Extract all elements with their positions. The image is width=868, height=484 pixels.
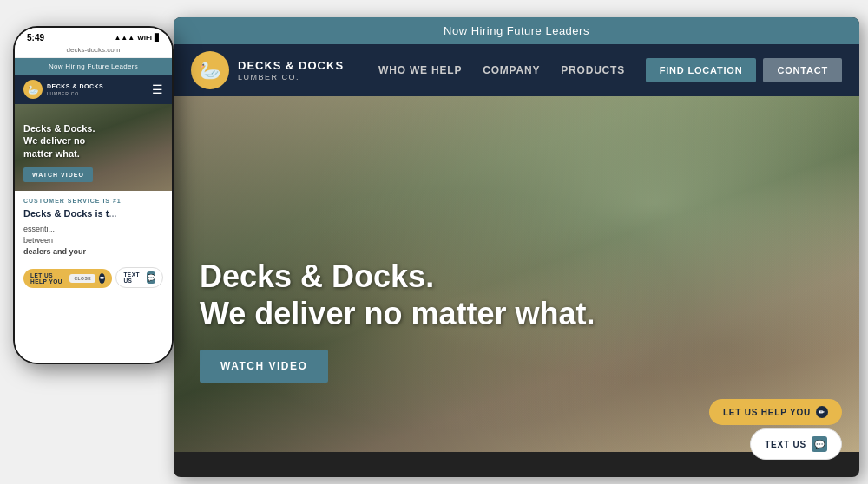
phone-logo-subtitle: LUMBER CO. [47, 91, 103, 96]
wifi-icon: WiFi [137, 34, 152, 42]
phone-float-text-label: TEXT US [123, 271, 142, 284]
logo-name: DECKS & DOCKS [238, 59, 344, 74]
logo-area: 🦢 DECKS & DOCKS LUMBER CO. [191, 51, 344, 89]
desktop-mockup: Now Hiring Future Leaders 🦢 DECKS & DOCK… [174, 17, 859, 477]
hero-title: Decks & Docks. We deliver no matter what… [200, 258, 595, 332]
nav-bar: 🦢 DECKS & DOCKS LUMBER CO. WHO WE HELP C… [174, 44, 859, 96]
phone-float-row: LET US HELP YOU CLOSE ✏ TEXT US 💬 [23, 264, 163, 288]
battery-icon: ▊ [155, 34, 160, 42]
phone-logo-icon: 🦢 [23, 80, 43, 99]
phone-status-bar: 5:49 ▲▲▲ WiFi ▊ [15, 28, 172, 44]
contact-button[interactable]: CONTACT [763, 58, 842, 82]
nav-products[interactable]: PRODUCTS [561, 64, 625, 76]
phone-content-area: CUSTOMER SERVICE IS #1 Decks & Docks is … [15, 191, 172, 363]
phone-time: 5:49 [27, 33, 44, 43]
phone-section-label: CUSTOMER SERVICE IS #1 [23, 198, 163, 204]
phone-status-icons: ▲▲▲ WiFi ▊ [114, 34, 160, 42]
phone-hero: Decks & Docks. We deliver nomatter what.… [15, 104, 172, 191]
phone-logo-name: DECKS & DOCKS [47, 82, 103, 91]
announcement-text: Now Hiring Future Leaders [444, 24, 589, 37]
nav-who-we-help[interactable]: WHO WE HELP [378, 64, 462, 76]
let-us-help-button[interactable]: LET US HELP YOU ✏ [709, 399, 842, 425]
announcement-bar: Now Hiring Future Leaders [174, 17, 859, 44]
logo-text-area: DECKS & DOCKS LUMBER CO. [238, 59, 344, 82]
pencil-icon: ✏ [816, 406, 828, 418]
phone-announcement-bar: Now Hiring Future Leaders [15, 58, 172, 75]
bird-icon: 🦢 [200, 60, 221, 81]
phone-text-us-button[interactable]: TEXT US 💬 [115, 267, 163, 288]
close-icon: CLOSE [69, 274, 95, 283]
phone-float-help-label: LET US HELP YOU [30, 272, 64, 285]
phone-hero-content: Decks & Docks. We deliver nomatter what.… [23, 122, 163, 182]
phone-hero-title: Decks & Docks. We deliver nomatter what. [23, 122, 163, 160]
phone-section-title: Decks & Docks is t... [23, 207, 163, 220]
logo-icon: 🦢 [191, 51, 229, 89]
find-location-button[interactable]: FIND LOCATION [646, 58, 757, 82]
phone-mockup: 5:49 ▲▲▲ WiFi ▊ decks-docks.com Now Hiri… [13, 26, 174, 364]
watch-video-button[interactable]: WATCH VIDEO [200, 350, 328, 383]
signal-icon: ▲▲▲ [114, 34, 135, 42]
hero-content: Decks & Docks. We deliver no matter what… [200, 258, 595, 383]
logo-subtitle: LUMBER CO. [238, 73, 344, 82]
float-text-label: TEXT US [765, 440, 806, 449]
phone-url-bar[interactable]: decks-docks.com [15, 44, 172, 58]
phone-let-us-help-button[interactable]: LET US HELP YOU CLOSE ✏ [23, 269, 112, 288]
phone-screen: 5:49 ▲▲▲ WiFi ▊ decks-docks.com Now Hiri… [15, 28, 172, 363]
nav-buttons: FIND LOCATION CONTACT [646, 58, 842, 82]
phone-logo-text-area: DECKS & DOCKS LUMBER CO. [47, 82, 103, 96]
phone-announcement-text: Now Hiring Future Leaders [49, 62, 138, 70]
nav-links: WHO WE HELP COMPANY PRODUCTS [378, 64, 646, 76]
hamburger-menu-icon[interactable]: ☰ [152, 82, 163, 96]
phone-watch-video-button[interactable]: WATCH VIDEO [23, 167, 93, 182]
float-help-label: LET US HELP YOU [723, 408, 811, 417]
nav-company[interactable]: COMPANY [483, 64, 540, 76]
phone-section-text: essenti... between dealers and your [23, 224, 163, 257]
phone-logo-area: 🦢 DECKS & DOCKS LUMBER CO. [23, 80, 103, 99]
url-text: decks-docks.com [67, 46, 121, 54]
phone-nav: 🦢 DECKS & DOCKS LUMBER CO. ☰ [15, 75, 172, 104]
phone-pencil-icon: ✏ [99, 273, 105, 284]
chat-icon: 💬 [812, 436, 827, 452]
text-us-button[interactable]: TEXT US 💬 [750, 428, 842, 460]
phone-chat-icon: 💬 [147, 271, 156, 284]
